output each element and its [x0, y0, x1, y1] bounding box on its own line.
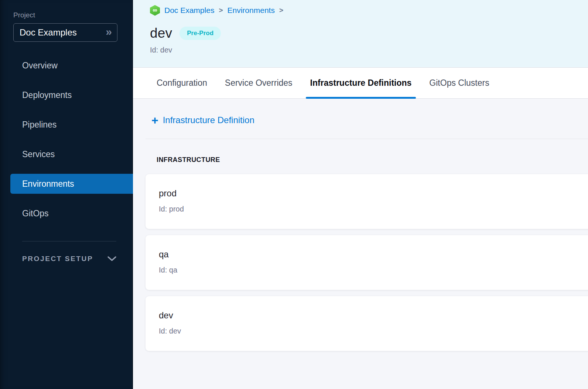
infrastructure-card-prod[interactable]: prod Id: prod [146, 174, 588, 229]
plus-icon: + [151, 115, 158, 125]
sidebar-item-services[interactable]: Services [0, 139, 133, 169]
project-setup-toggle[interactable]: PROJECT SETUP [22, 255, 133, 263]
project-selector-value: Doc Examples [20, 27, 77, 38]
sidebar-item-overview[interactable]: Overview [0, 51, 133, 80]
page-header: ∞ Doc Examples > Environments > dev Pre-… [133, 0, 588, 67]
env-type-badge: Pre-Prod [180, 27, 221, 40]
sidebar-item-environments[interactable]: Environments [10, 174, 133, 194]
breadcrumb-link-environments[interactable]: Environments [228, 6, 275, 15]
tab-configuration[interactable]: Configuration [152, 68, 212, 98]
sidebar-item-gitops[interactable]: GitOps [0, 199, 133, 228]
infrastructure-list: prod Id: prod qa Id: qa dev Id: dev [146, 174, 588, 351]
content-divider [146, 139, 588, 139]
app-window: Project Doc Examples » Overview Deployme… [0, 0, 588, 389]
sidebar-divider [22, 241, 116, 241]
infrastructure-card-qa[interactable]: qa Id: qa [146, 235, 588, 290]
infrastructure-name: prod [159, 188, 588, 199]
sidebar-item-deployments[interactable]: Deployments [0, 80, 133, 110]
tab-infrastructure-definitions[interactable]: Infrastructure Definitions [306, 68, 416, 98]
entity-id-text: Id: dev [150, 46, 588, 54]
infrastructure-id: Id: prod [159, 205, 588, 213]
infrastructure-id: Id: qa [159, 266, 588, 274]
infrastructure-column-header: INFRASTRUCTURE [157, 156, 588, 164]
breadcrumb-separator-icon: > [219, 6, 223, 14]
page-title: dev [150, 26, 172, 41]
content-area: + Infrastructure Definition INFRASTRUCTU… [133, 99, 588, 389]
tab-bar: Configuration Service Overrides Infrastr… [133, 67, 588, 99]
infrastructure-name: qa [159, 249, 588, 260]
environments-icon: ∞ [150, 5, 160, 16]
tab-gitops-clusters[interactable]: GitOps Clusters [425, 68, 493, 98]
project-selector[interactable]: Doc Examples » [13, 23, 117, 42]
add-button-label: Infrastructure Definition [163, 115, 254, 125]
infrastructure-name: dev [159, 310, 588, 321]
tab-service-overrides[interactable]: Service Overrides [220, 68, 297, 98]
sidebar-nav: Overview Deployments Pipelines Services … [0, 51, 133, 228]
breadcrumb-link-project[interactable]: Doc Examples [164, 6, 214, 15]
breadcrumb-separator-icon: > [279, 6, 283, 14]
sidebar-item-pipelines[interactable]: Pipelines [0, 110, 133, 139]
title-row: dev Pre-Prod [150, 26, 588, 41]
project-label: Project [13, 11, 133, 19]
infrastructure-id: Id: dev [159, 327, 588, 335]
infinity-glyph: ∞ [153, 7, 157, 13]
main-panel: ∞ Doc Examples > Environments > dev Pre-… [133, 0, 588, 389]
double-chevron-right-icon: » [106, 26, 111, 37]
chevron-down-icon [107, 256, 117, 262]
breadcrumb: ∞ Doc Examples > Environments > [150, 4, 588, 16]
sidebar: Project Doc Examples » Overview Deployme… [0, 0, 133, 389]
add-infrastructure-definition-button[interactable]: + Infrastructure Definition [151, 115, 254, 125]
infrastructure-card-dev[interactable]: dev Id: dev [146, 296, 588, 351]
project-setup-label: PROJECT SETUP [22, 255, 93, 263]
